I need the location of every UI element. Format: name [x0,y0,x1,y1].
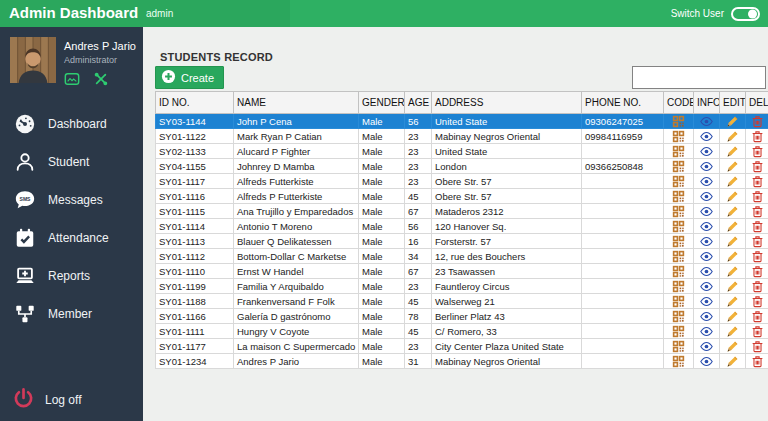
pencil-icon[interactable] [720,249,746,264]
table-row[interactable]: SY01-1177 La maison C Supermercado Male … [156,339,768,354]
table-row[interactable]: SY01-1234 Andres P Jario Male 31 Mabinay… [156,354,768,369]
trash-icon[interactable] [746,129,768,144]
column-header-name[interactable]: NAME [234,92,359,114]
qr-code-icon[interactable] [664,219,694,234]
create-button[interactable]: Create [155,66,224,89]
eye-icon[interactable] [694,309,720,324]
pencil-icon[interactable] [720,219,746,234]
table-row[interactable]: SY01-1112 Bottom-Dollar C Marketse Male … [156,249,768,264]
pencil-icon[interactable] [720,174,746,189]
trash-icon[interactable] [746,279,768,294]
qr-code-icon[interactable] [664,279,694,294]
eye-icon[interactable] [694,234,720,249]
column-header-edit[interactable]: EDIT [720,92,746,114]
switch-user-toggle[interactable] [731,7,760,21]
pencil-icon[interactable] [720,129,746,144]
pencil-icon[interactable] [720,159,746,174]
pencil-icon[interactable] [720,264,746,279]
qr-code-icon[interactable] [664,114,694,129]
table-row[interactable]: SY02-1133 Alucard P Fighter Male 23 Unit… [156,144,768,159]
sidebar-item-dashboard[interactable]: Dashboard [0,105,143,143]
qr-code-icon[interactable] [664,174,694,189]
table-row[interactable]: SY03-1144 John P Cena Male 56 United Sta… [156,114,768,129]
eye-icon[interactable] [694,204,720,219]
eye-icon[interactable] [694,264,720,279]
eye-icon[interactable] [694,129,720,144]
trash-icon[interactable] [746,204,768,219]
eye-icon[interactable] [694,339,720,354]
column-header-info[interactable]: INFO [694,92,720,114]
table-row[interactable]: SY01-1166 Galería D gastrónomo Male 78 B… [156,309,768,324]
qr-code-icon[interactable] [664,354,694,369]
search-input[interactable] [632,66,766,89]
pencil-icon[interactable] [720,309,746,324]
trash-icon[interactable] [746,324,768,339]
column-header-delete[interactable]: DELETE [746,92,768,114]
column-header-gender[interactable]: GENDER [359,92,405,114]
trash-icon[interactable] [746,174,768,189]
eye-icon[interactable] [694,189,720,204]
qr-code-icon[interactable] [664,144,694,159]
column-header-id[interactable]: ID NO. [156,92,234,114]
eye-icon[interactable] [694,249,720,264]
trash-icon[interactable] [746,234,768,249]
tools-icon[interactable] [93,71,109,91]
trash-icon[interactable] [746,339,768,354]
qr-code-icon[interactable] [664,129,694,144]
pencil-icon[interactable] [720,144,746,159]
table-row[interactable]: SY01-1188 Frankenversand F Folk Male 45 … [156,294,768,309]
pencil-icon[interactable] [720,354,746,369]
table-row[interactable]: SY01-1110 Ernst W Handel Male 67 23 Tsaw… [156,264,768,279]
image-icon[interactable] [64,71,80,91]
trash-icon[interactable] [746,114,768,129]
table-row[interactable]: SY01-1122 Mark Ryan P Catian Male 23 Mab… [156,129,768,144]
table-row[interactable]: SY01-1115 Ana Trujillo y Emparedados Mal… [156,204,768,219]
trash-icon[interactable] [746,189,768,204]
trash-icon[interactable] [746,219,768,234]
qr-code-icon[interactable] [664,249,694,264]
pencil-icon[interactable] [720,189,746,204]
qr-code-icon[interactable] [664,264,694,279]
table-row[interactable]: SY01-1116 Alfreds P Futterkiste Male 45 … [156,189,768,204]
qr-code-icon[interactable] [664,324,694,339]
eye-icon[interactable] [694,324,720,339]
eye-icon[interactable] [694,354,720,369]
qr-code-icon[interactable] [664,159,694,174]
pencil-icon[interactable] [720,204,746,219]
eye-icon[interactable] [694,174,720,189]
column-header-phone[interactable]: PHONE NO. [582,92,664,114]
table-row[interactable]: SY01-1111 Hungry V Coyote Male 45 C/ Rom… [156,324,768,339]
trash-icon[interactable] [746,309,768,324]
pencil-icon[interactable] [720,294,746,309]
eye-icon[interactable] [694,279,720,294]
qr-code-icon[interactable] [664,204,694,219]
trash-icon[interactable] [746,144,768,159]
trash-icon[interactable] [746,294,768,309]
pencil-icon[interactable] [720,234,746,249]
eye-icon[interactable] [694,294,720,309]
qr-code-icon[interactable] [664,294,694,309]
qr-code-icon[interactable] [664,189,694,204]
pencil-icon[interactable] [720,279,746,294]
pencil-icon[interactable] [720,324,746,339]
table-row[interactable]: SY01-1117 Alfreds Futterkiste Male 23 Ob… [156,174,768,189]
qr-code-icon[interactable] [664,234,694,249]
table-row[interactable]: SY04-1155 Johnrey D Mamba Male 23 London… [156,159,768,174]
trash-icon[interactable] [746,159,768,174]
sidebar-item-student[interactable]: Student [0,143,143,181]
trash-icon[interactable] [746,249,768,264]
column-header-age[interactable]: AGE [405,92,432,114]
logoff-button[interactable]: Log off [0,387,143,413]
pencil-icon[interactable] [720,114,746,129]
table-row[interactable]: SY01-1114 Antonio T Moreno Male 56 120 H… [156,219,768,234]
column-header-address[interactable]: ADDRESS [432,92,582,114]
column-header-code[interactable]: CODE [664,92,694,114]
sidebar-item-member[interactable]: Member [0,295,143,333]
trash-icon[interactable] [746,354,768,369]
sidebar-item-attendance[interactable]: Attendance [0,219,143,257]
eye-icon[interactable] [694,144,720,159]
pencil-icon[interactable] [720,339,746,354]
eye-icon[interactable] [694,159,720,174]
qr-code-icon[interactable] [664,309,694,324]
sidebar-item-messages[interactable]: SMS Messages [0,181,143,219]
